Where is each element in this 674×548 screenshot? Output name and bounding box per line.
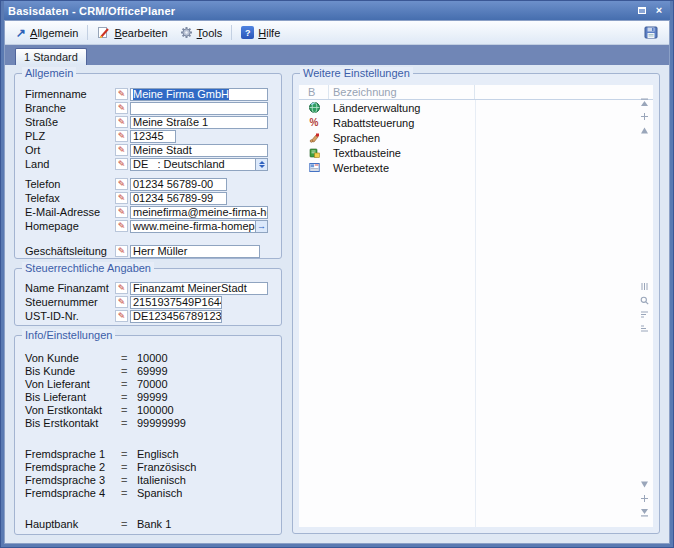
edit-pencil-button[interactable]: ✎ [115,144,128,156]
equals-sign: = [121,461,137,473]
group-steuer: Steuerrechtliche Angaben Name Finanzamt … [14,268,282,326]
info-row: Fremdsprache 3=Italienisch [25,473,273,486]
scroll-up-icon[interactable] [640,126,649,135]
telefon-input[interactable]: 01234 56789-00 [130,178,227,191]
equals-sign: = [121,391,137,403]
edit-pencil-button[interactable]: ✎ [115,245,128,257]
edit-pencil-button[interactable]: ✎ [115,116,128,128]
field-label: Telefon [25,178,115,190]
finanzamt-input[interactable]: Finanzamt MeinerStadt [130,282,268,295]
search-icon[interactable] [640,296,649,305]
grid-row-label: Sprachen [329,132,380,144]
equals-sign: = [121,448,137,460]
pencil-icon: ✎ [118,312,126,321]
branche-input[interactable] [130,102,268,115]
info-label: Von Erstkontakt [25,404,121,416]
scroll-last-icon[interactable] [640,508,649,517]
scroll-page-down-icon[interactable] [640,494,649,503]
grid-scroll-strip [640,98,649,517]
edit-pencil-button[interactable]: ✎ [115,220,128,232]
edit-pencil-button[interactable]: ✎ [115,296,128,308]
field-homepage: Homepage ✎ www.meine-firma-homepage.de → [25,219,273,233]
edit-pencil-button[interactable]: ✎ [115,88,128,100]
restore-icon [638,7,646,14]
scroll-down-icon[interactable] [640,480,649,489]
menu-hilfe-label: Hilfe [258,27,280,39]
info-value: 100000 [137,404,174,416]
pencil-icon: ✎ [118,298,126,307]
field-firmenname: Firmenname ✎ Meine Firma GmbH [25,87,273,101]
adtext-icon [309,162,320,173]
window-title: Basisdaten - CRM/OfficePlaner [8,5,632,17]
geschaeftsleitung-input[interactable]: Herr Müller [130,245,260,258]
steuernummer-input[interactable]: 2151937549P1644 [130,296,222,309]
firmenname-input[interactable]: Meine Firma GmbH [130,88,268,101]
info-label: Hauptbank [25,518,121,530]
field-plz: PLZ ✎ 12345 [25,129,273,143]
globe-icon [309,102,320,113]
telefax-input[interactable]: 01234 56789-99 [130,192,227,205]
edit-pencil-button[interactable]: ✎ [115,192,128,204]
save-button[interactable] [638,24,664,41]
edit-pencil-button[interactable]: ✎ [115,102,128,114]
edit-pencil-button[interactable]: ✎ [115,310,128,322]
field-finanzamt: Name Finanzamt ✎ Finanzamt MeinerStadt [25,281,273,295]
grid-row-laenderverwaltung[interactable]: Länderverwaltung [299,100,653,115]
grid-row-label: Werbetexte [329,162,389,174]
equals-sign: = [121,474,137,486]
close-button[interactable]: × [652,4,666,17]
field-label: Land [25,158,115,170]
info-label: Bis Lieferant [25,391,121,403]
sort-asc-icon[interactable] [640,310,649,319]
info-value: Spanisch [137,487,182,499]
strasse-input[interactable]: Meine Straße 1 [130,116,268,129]
grid-row-sprachen[interactable]: Sprachen [299,130,653,145]
tab-standard[interactable]: 1 Standard [15,48,87,65]
info-row: Bis Kunde=69999 [25,364,273,377]
info-value: Bank 1 [137,518,171,530]
client-area: ↗ Allgemein Bearbeiten Tools ? Hilfe [4,20,670,544]
scroll-page-up-icon[interactable] [640,112,649,121]
edit-pencil-button[interactable]: ✎ [115,206,128,218]
open-homepage-button[interactable]: → [255,220,268,233]
menu-tools[interactable]: Tools [174,24,229,41]
column-header-b[interactable]: B [299,85,329,99]
plz-input[interactable]: 12345 [130,130,176,143]
edit-pencil-button[interactable]: ✎ [115,178,128,190]
group-info: Info/Einstellungen Von Kunde=10000 Bis K… [14,335,282,535]
homepage-input[interactable]: www.meine-firma-homepage.de [130,220,255,233]
sort-desc-icon[interactable] [640,324,649,333]
edit-pencil-button[interactable]: ✎ [115,282,128,294]
close-icon: × [656,5,662,16]
scroll-first-icon[interactable] [640,98,649,107]
grid-row-rabattsteuerung[interactable]: % Rabattsteuerung [299,115,653,130]
field-ustid: UST-ID-Nr. ✎ DE123456789123 [25,309,273,323]
menu-hilfe[interactable]: ? Hilfe [235,24,286,41]
field-ort: Ort ✎ Meine Stadt [25,143,273,157]
grid-row-werbetexte[interactable]: Werbetexte [299,160,653,175]
grid-body: Länderverwaltung % Rabattsteuerung Sprac… [299,100,653,527]
land-dropdown-button[interactable] [255,158,268,171]
pencil-icon: ✎ [118,247,126,256]
restore-button[interactable] [635,4,649,17]
menu-bearbeiten[interactable]: Bearbeiten [91,24,173,41]
field-email: E-Mail-Adresse ✎ meinefirma@meine-firma-… [25,205,273,219]
menu-allgemein[interactable]: ↗ Allgemein [10,25,84,41]
grid-header: B Bezeichnung [299,85,653,100]
grid-row-textbausteine[interactable]: Textbausteine [299,145,653,160]
info-row: Von Kunde=10000 [25,351,273,364]
grip-icon[interactable] [640,282,649,291]
edit-pencil-button[interactable]: ✎ [115,130,128,142]
column-header-bezeichnung[interactable]: Bezeichnung [329,85,475,99]
pencil-icon: ✎ [118,90,126,99]
scroll-middle-group [640,282,649,333]
ort-input[interactable]: Meine Stadt [130,144,268,157]
info-label: Fremdsprache 2 [25,461,121,473]
info-value: 69999 [137,365,168,377]
land-input[interactable]: DE : Deutschland [130,158,255,171]
info-label: Von Lieferant [25,378,121,390]
field-label: Geschäftsleitung [25,245,115,257]
edit-pencil-button[interactable]: ✎ [115,158,128,170]
email-input[interactable]: meinefirma@meine-firma-homepage.de [130,206,268,219]
ustid-input[interactable]: DE123456789123 [130,310,222,323]
